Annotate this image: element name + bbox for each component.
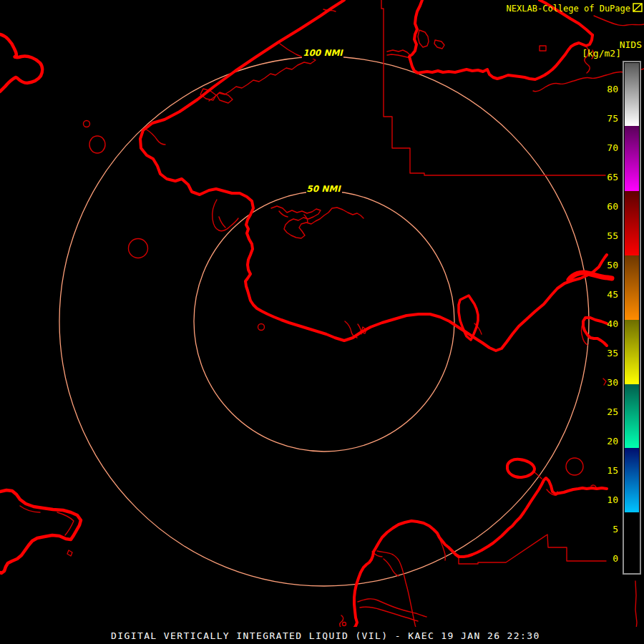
map-background <box>0 0 644 644</box>
colorbar-segments <box>625 63 639 572</box>
tick-label: 35 <box>607 348 618 358</box>
tick-label: 30 <box>607 377 618 388</box>
brand-text: NEXLAB-College of DuPage <box>507 4 630 14</box>
radar-display: 100 NMI 50 NMI NEXLAB-College of DuPage … <box>0 0 644 644</box>
tick-label: 0 <box>613 553 618 564</box>
tick-label: 80 <box>607 84 618 94</box>
tick-label: 40 <box>607 318 618 329</box>
tick-label: 25 <box>607 406 618 417</box>
colorbar-units: [kg/m2] <box>582 48 621 59</box>
tick-label: 60 <box>607 201 618 212</box>
tick-label: 15 <box>607 465 618 476</box>
status-text: DIGITAL VERTICALLY INTEGRATED LIQUID (VI… <box>111 630 540 641</box>
tick-label: 45 <box>607 289 618 300</box>
tick-label: 50 <box>607 260 618 270</box>
tick-label: 70 <box>607 142 618 153</box>
tick-label: 5 <box>613 524 618 535</box>
tick-label: 65 <box>607 172 618 182</box>
tick-label: 10 <box>607 494 618 505</box>
tick-label: 75 <box>607 113 618 124</box>
status-bar: DIGITAL VERTICALLY INTEGRATED LIQUID (VI… <box>0 627 644 644</box>
ring-label-100nmi: 100 NMI <box>303 48 343 58</box>
radar-map-canvas: 100 NMI 50 NMI NEXLAB-College of DuPage … <box>0 0 644 644</box>
ring-label-50nmi: 50 NMI <box>306 184 341 194</box>
tick-label: 20 <box>607 436 618 447</box>
header: NEXLAB-College of DuPage <box>507 4 642 14</box>
colorbar-title: NIDS <box>620 39 642 50</box>
tick-label: 55 <box>607 230 618 241</box>
